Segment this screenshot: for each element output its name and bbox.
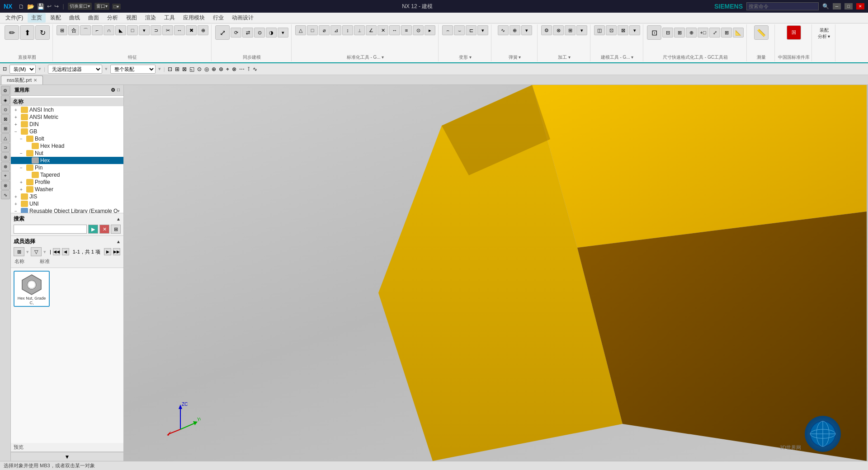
- minimize-btn[interactable]: ─: [833, 3, 841, 9]
- replace-icon[interactable]: ↔: [174, 25, 185, 35]
- mach1[interactable]: ⚙: [541, 25, 552, 35]
- filter1-select[interactable]: 无远程过滤器: [48, 65, 102, 74]
- nav-prev-btn[interactable]: ◀: [62, 248, 69, 255]
- tree-ansi-inch[interactable]: + ANSI Inch: [11, 106, 123, 113]
- menu-analysis[interactable]: 分析: [104, 13, 122, 23]
- deform-more[interactable]: ▾: [477, 25, 488, 35]
- merge-icon[interactable]: 合: [68, 25, 79, 35]
- draft-icon[interactable]: ◣: [115, 25, 126, 35]
- menu-modules[interactable]: 应用模块: [179, 13, 208, 23]
- tree-nut[interactable]: − Nut: [11, 150, 123, 157]
- mach-more[interactable]: ▾: [576, 25, 587, 35]
- nav-first-btn[interactable]: ◀◀: [53, 248, 60, 255]
- preview-card-hex-nut[interactable]: Hex Nut, Grade C,: [14, 271, 50, 307]
- spring1[interactable]: ∿: [498, 25, 509, 35]
- move-icon[interactable]: ⊕: [198, 25, 208, 35]
- vp-icon5[interactable]: ⊙: [197, 66, 202, 72]
- member-grid-btn[interactable]: ⊞: [14, 247, 24, 256]
- hollow-icon[interactable]: □: [127, 25, 138, 35]
- array-component-icon[interactable]: ⊞: [721, 28, 732, 38]
- search-collapse-btn[interactable]: ▲: [116, 216, 121, 221]
- vp-icon2[interactable]: ⊞: [175, 66, 179, 72]
- sync3-icon[interactable]: ⊙: [254, 28, 265, 38]
- vert-btn7[interactable]: ⊃: [1, 143, 10, 152]
- sketch-icon[interactable]: ✏: [5, 25, 19, 40]
- viewport-3d[interactable]: ZC YC 3D世界网: [124, 85, 868, 461]
- menu-home[interactable]: 主页: [28, 13, 46, 23]
- vp-icon12[interactable]: ⊺: [247, 66, 250, 72]
- member-filter-btn[interactable]: ▽: [31, 247, 42, 256]
- build-more[interactable]: ▾: [629, 25, 640, 35]
- vert-btn6[interactable]: △: [1, 133, 10, 142]
- vp-icon4[interactable]: ◱: [189, 66, 194, 72]
- menu-tools[interactable]: 工具: [160, 13, 179, 23]
- menu-animation[interactable]: 动画设计: [228, 13, 257, 23]
- member-collapse-btn[interactable]: ▲: [116, 239, 121, 244]
- std1[interactable]: △: [295, 25, 306, 35]
- maximize-btn[interactable]: □: [844, 3, 853, 9]
- menu-industry[interactable]: 行业: [209, 13, 227, 23]
- std12[interactable]: ▸: [425, 25, 435, 35]
- library-settings-icon[interactable]: ⚙: [111, 87, 115, 93]
- std11[interactable]: ⊙: [413, 25, 424, 35]
- nav-next-btn[interactable]: ▶: [104, 248, 111, 255]
- std3[interactable]: ⌀: [319, 25, 330, 35]
- menu-view[interactable]: 视图: [123, 13, 141, 23]
- tree-gb[interactable]: − GB: [11, 128, 123, 135]
- tree-tapered[interactable]: Tapered: [11, 171, 123, 179]
- undo-icon[interactable]: ↩: [47, 3, 52, 9]
- tree-uni[interactable]: + UNI: [11, 200, 123, 207]
- extrude-icon[interactable]: ⬆: [20, 25, 34, 40]
- menu-render[interactable]: 渲染: [142, 13, 160, 23]
- std9[interactable]: ↔: [389, 25, 400, 35]
- std2[interactable]: □: [307, 25, 318, 35]
- vert-btn12[interactable]: ∿: [1, 190, 10, 199]
- filter2-select[interactable]: 整个装配: [110, 65, 156, 74]
- tree-hex-head[interactable]: Hex Head: [11, 142, 123, 150]
- tree-reusable[interactable]: − Reusable Object Library (Example O ▾: [11, 207, 123, 213]
- dim3[interactable]: ⊕: [686, 28, 697, 38]
- build3[interactable]: ⊠: [618, 25, 628, 35]
- search-command-icon[interactable]: 🔍: [822, 3, 829, 9]
- dim1[interactable]: ⊟: [662, 28, 673, 38]
- tab-close-btn[interactable]: ✕: [33, 78, 37, 83]
- panel-bottom-expand[interactable]: ▼: [11, 452, 123, 461]
- vert-btn2[interactable]: ◈: [1, 95, 10, 104]
- vert-btn3[interactable]: ⊙: [1, 105, 10, 114]
- open-icon[interactable]: 📂: [27, 3, 34, 10]
- vert-btn10[interactable]: ⌖: [1, 171, 10, 180]
- tree-ansi-metric[interactable]: + ANSI Metric: [11, 113, 123, 121]
- library-expand-icon[interactable]: □: [117, 87, 120, 93]
- tree-din[interactable]: + DIN: [11, 121, 123, 128]
- search-input[interactable]: [14, 225, 87, 234]
- std10[interactable]: ≡: [401, 25, 412, 35]
- deform3[interactable]: ⊏: [466, 25, 476, 35]
- search-clear-btn[interactable]: ✕: [99, 225, 109, 234]
- deform1[interactable]: ⌢: [442, 25, 453, 35]
- vert-btn9[interactable]: ⊛: [1, 162, 10, 171]
- nav-last-btn[interactable]: ▶▶: [113, 248, 120, 255]
- vp-icon11[interactable]: ⋯: [239, 66, 245, 72]
- fillet-icon[interactable]: ⌒: [80, 25, 91, 35]
- assembly-select[interactable]: 装(M): [9, 65, 36, 74]
- sync-move-icon[interactable]: ⤢: [215, 25, 230, 40]
- save-icon[interactable]: 💾: [37, 3, 44, 10]
- move-component-icon[interactable]: ⤢: [709, 28, 720, 38]
- dim2[interactable]: ⊞: [674, 28, 685, 38]
- misc-btn[interactable]: □▾: [112, 4, 121, 9]
- sync1-icon[interactable]: ⟳: [231, 28, 241, 38]
- vp-icon3[interactable]: ⊠: [182, 66, 187, 72]
- std5[interactable]: ↕: [342, 25, 353, 35]
- menu-surface[interactable]: 曲面: [85, 13, 103, 23]
- deform2[interactable]: ⌣: [454, 25, 465, 35]
- vert-settings-btn[interactable]: ⚙: [1, 86, 10, 95]
- sync4-icon[interactable]: ◑: [266, 28, 277, 38]
- menu-curve[interactable]: 曲线: [66, 13, 84, 23]
- standard-std-icon[interactable]: 📐: [733, 28, 744, 38]
- tree-profile[interactable]: + Profile: [11, 179, 123, 186]
- std8[interactable]: ✕: [377, 25, 388, 35]
- measure-icon[interactable]: 📏: [754, 25, 769, 40]
- mach3[interactable]: ⊞: [565, 25, 576, 35]
- vp-icon13[interactable]: ∿: [253, 66, 257, 72]
- trim-icon[interactable]: ✂: [162, 25, 173, 35]
